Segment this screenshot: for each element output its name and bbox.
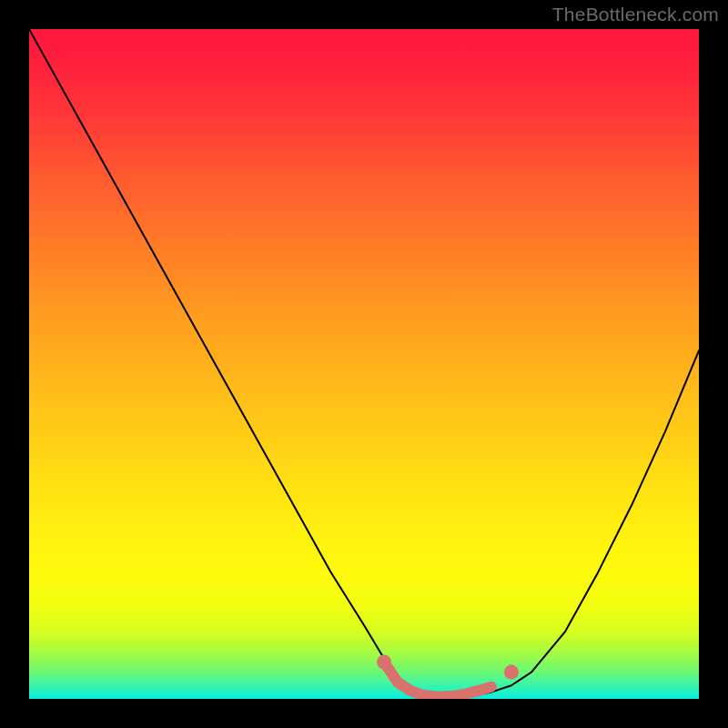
watermark: TheBottleneck.com	[552, 4, 719, 25]
highlight-valley	[384, 662, 491, 697]
highlight-dot-start	[377, 655, 391, 670]
plot-area	[29, 29, 699, 699]
highlight-dot	[504, 665, 519, 680]
chart-frame: TheBottleneck.com	[0, 0, 728, 728]
chart-svg	[29, 29, 699, 699]
bottleneck-curve	[29, 29, 699, 699]
